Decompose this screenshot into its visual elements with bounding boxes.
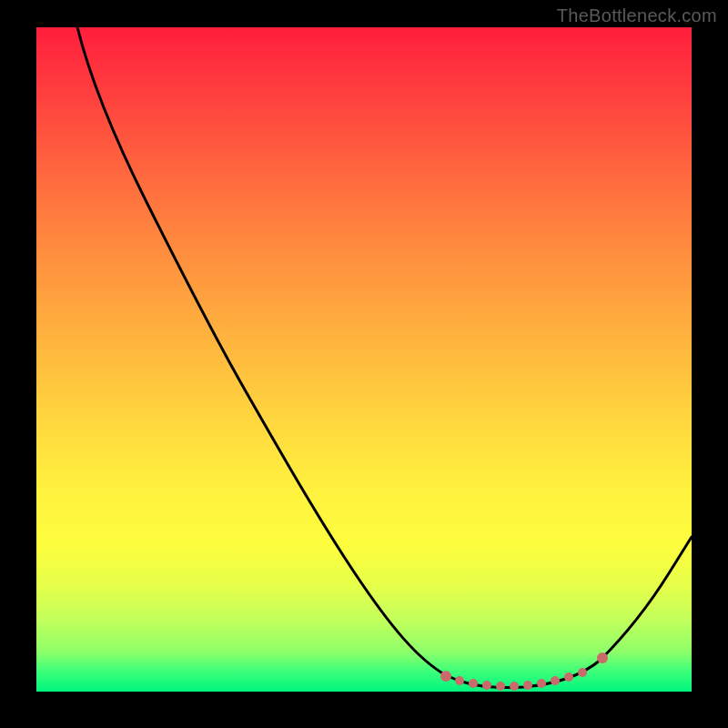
chart-svg [36,27,692,692]
svg-point-11 [597,652,608,663]
svg-point-7 [537,679,546,688]
bottleneck-curve [77,27,692,688]
chart-plot-area [36,27,692,692]
svg-point-10 [578,668,587,677]
svg-point-1 [455,676,464,685]
svg-point-8 [551,676,560,685]
svg-point-3 [482,681,491,690]
optimal-range-markers [440,652,608,691]
watermark-text: TheBottleneck.com [557,5,717,26]
svg-point-4 [496,682,505,691]
svg-point-6 [523,681,532,690]
svg-point-5 [510,682,519,691]
svg-point-0 [440,671,451,682]
svg-point-2 [469,679,478,688]
svg-point-9 [564,672,573,682]
